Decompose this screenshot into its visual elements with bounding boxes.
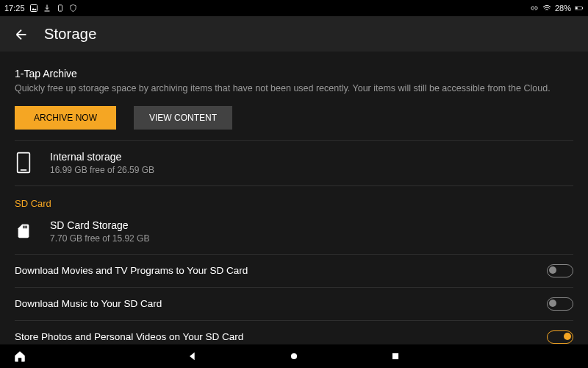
image-icon <box>29 4 38 13</box>
svg-marker-1 <box>32 8 37 10</box>
phone-icon <box>56 4 65 13</box>
nav-recent-icon[interactable] <box>389 350 402 363</box>
download-movies-toggle[interactable] <box>547 264 573 277</box>
internal-storage-detail: 16.99 GB free of 26.59 GB <box>50 165 154 175</box>
sd-card-category: SD Card <box>15 198 573 209</box>
shield-icon <box>69 4 78 13</box>
internal-storage-label: Internal storage <box>50 151 154 163</box>
battery-pct: 28% <box>555 4 571 13</box>
link-icon <box>530 4 539 13</box>
download-movies-label: Download Movies and TV Programs to Your … <box>15 265 248 276</box>
back-button[interactable] <box>13 26 28 41</box>
download-icon <box>43 4 51 13</box>
nav-back-icon[interactable] <box>186 350 199 363</box>
store-photos-row[interactable]: Store Photos and Personal Videos on Your… <box>15 321 573 345</box>
battery-icon <box>575 4 584 13</box>
svg-rect-9 <box>23 226 24 229</box>
svg-rect-11 <box>26 226 27 229</box>
svg-point-12 <box>291 353 297 359</box>
store-photos-label: Store Photos and Personal Videos on Your… <box>15 331 243 342</box>
store-photos-toggle[interactable] <box>547 330 573 344</box>
archive-now-button[interactable]: ARCHIVE NOW <box>15 106 116 130</box>
svg-point-3 <box>60 10 60 11</box>
page-title: Storage <box>44 26 96 43</box>
archive-description: Quickly free up storage space by archivi… <box>15 82 573 96</box>
download-music-row[interactable]: Download Music to Your SD Card <box>15 288 573 320</box>
sd-card-icon <box>15 220 32 242</box>
svg-rect-5 <box>582 7 583 9</box>
download-movies-row[interactable]: Download Movies and TV Programs to Your … <box>15 255 573 287</box>
status-bar: 17:25 28% <box>0 0 588 16</box>
nav-home-icon[interactable] <box>287 350 301 363</box>
wifi-icon <box>542 4 551 13</box>
archive-title: 1-Tap Archive <box>15 68 573 79</box>
svg-rect-13 <box>392 353 398 359</box>
phone-storage-icon <box>15 152 32 174</box>
view-content-button[interactable]: VIEW CONTENT <box>134 106 232 130</box>
status-time: 17:25 <box>4 4 25 13</box>
download-music-toggle[interactable] <box>547 297 573 311</box>
svg-rect-0 <box>30 5 37 12</box>
sd-card-label: SD Card Storage <box>50 219 149 231</box>
content-area: 1-Tap Archive Quickly free up storage sp… <box>0 52 588 344</box>
home-app-icon[interactable] <box>13 350 26 363</box>
sd-card-detail: 7.70 GB free of 15.92 GB <box>50 233 149 244</box>
internal-storage-row[interactable]: Internal storage 16.99 GB free of 26.59 … <box>15 141 573 185</box>
title-bar: Storage <box>0 16 588 52</box>
sd-card-storage-row[interactable]: SD Card Storage 7.70 GB free of 15.92 GB <box>15 215 573 254</box>
svg-rect-10 <box>24 226 25 229</box>
navigation-bar <box>0 344 588 368</box>
divider <box>15 185 573 186</box>
svg-rect-6 <box>576 7 578 10</box>
download-music-label: Download Music to Your SD Card <box>15 298 162 309</box>
